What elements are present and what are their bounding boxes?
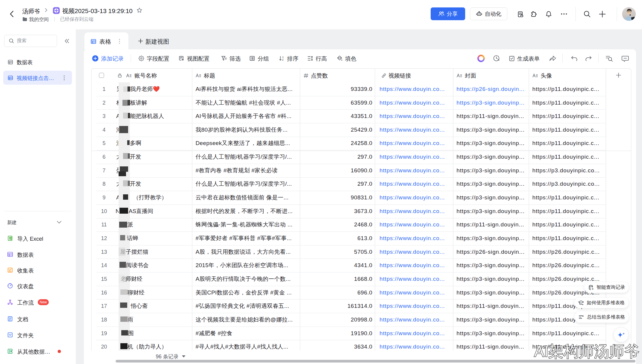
- svg-text:Z: Z: [282, 58, 284, 61]
- svg-text:AI架构师汤师爷: AI架构师汤师爷: [534, 343, 639, 360]
